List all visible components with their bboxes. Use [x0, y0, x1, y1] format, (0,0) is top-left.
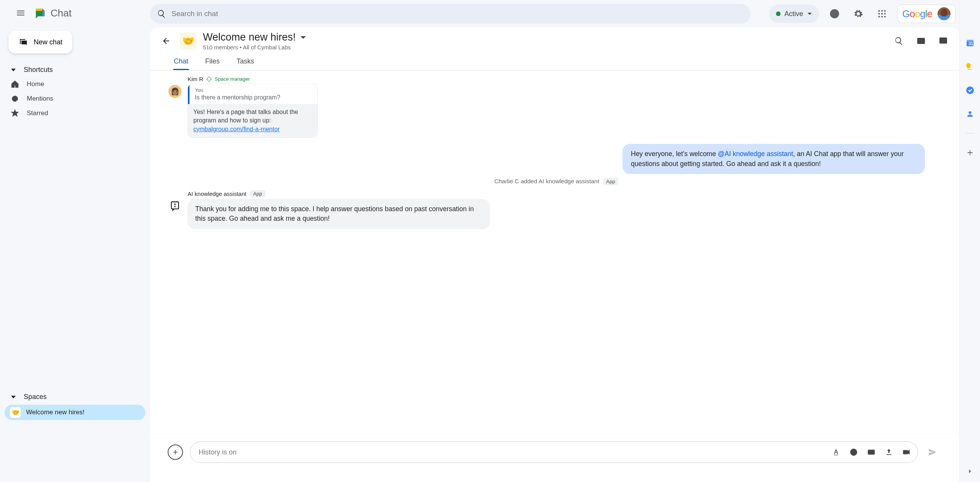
- svg-point-15: [175, 204, 175, 204]
- keep-icon: [965, 62, 975, 71]
- thread-button[interactable]: [936, 33, 951, 49]
- tab-tasks[interactable]: Tasks: [236, 54, 255, 70]
- shortcuts-section: Shortcuts Home Mentions Starred: [0, 63, 150, 120]
- space-item-label: Welcome new hires!: [26, 409, 85, 416]
- quote-original: You Is there a mentorship program?: [188, 84, 317, 104]
- hamburger-icon: [16, 8, 26, 18]
- settings-button[interactable]: [850, 5, 867, 22]
- help-button[interactable]: [826, 5, 843, 22]
- send-button[interactable]: [925, 445, 940, 460]
- space-title-row[interactable]: Welcome new hires!: [203, 31, 307, 43]
- calendar-icon: 31: [965, 38, 975, 47]
- quoted-reply-card: You Is there a mentorship program? Yes! …: [188, 84, 318, 138]
- format-icon: [832, 448, 840, 456]
- space-emoji: 🤝: [10, 407, 21, 418]
- system-message: Charlie C added AI knowledge assistant A…: [168, 178, 944, 185]
- chat-card: 🤝 Welcome new hires! 510 members • All o…: [150, 28, 959, 482]
- bot-meta: AI knowledge assistant App: [188, 190, 944, 197]
- sidebar-top: Chat: [0, 5, 150, 28]
- app-title: Chat: [51, 7, 72, 19]
- tasks-button[interactable]: [965, 86, 975, 95]
- help-icon: [830, 9, 840, 19]
- main-menu-button[interactable]: [12, 5, 29, 21]
- bot-author: AI knowledge assistant: [188, 191, 246, 197]
- nav-mentions[interactable]: Mentions: [5, 91, 145, 106]
- nav-home-label: Home: [27, 80, 44, 88]
- apps-grid-icon: [877, 9, 887, 19]
- compose-add-button[interactable]: [168, 445, 183, 460]
- app-badge: App: [250, 190, 265, 197]
- message-author: Kim R: [188, 76, 203, 82]
- top-bar: Active Google: [150, 4, 959, 28]
- search-in-space-button[interactable]: [891, 33, 906, 49]
- space-header-emoji: 🤝: [180, 33, 197, 49]
- gear-icon: [853, 9, 863, 19]
- spaces-section: Spaces 🤝 Welcome new hires!: [0, 390, 150, 482]
- video-button[interactable]: [901, 446, 912, 458]
- mentor-link[interactable]: cymbalgroup.com/find-a-mentor: [193, 126, 280, 132]
- search-icon: [894, 36, 903, 46]
- svg-rect-14: [172, 202, 179, 209]
- contacts-button[interactable]: [965, 109, 975, 119]
- search-box[interactable]: [150, 4, 751, 24]
- calendar-button[interactable]: 31: [965, 38, 975, 47]
- reply-text: Yes! Here's a page that talks about the …: [193, 109, 298, 124]
- tab-files[interactable]: Files: [204, 54, 220, 70]
- header-actions: [891, 33, 951, 49]
- rail-divider: [965, 133, 975, 134]
- svg-point-5: [878, 13, 880, 15]
- nav-starred-label: Starred: [27, 109, 48, 117]
- new-chat-button[interactable]: New chat: [8, 31, 72, 54]
- user-avatar[interactable]: [938, 7, 951, 20]
- svg-point-27: [969, 111, 971, 114]
- tab-chat[interactable]: Chat: [173, 54, 189, 70]
- svg-point-10: [884, 16, 886, 17]
- chevron-right-icon: [966, 467, 974, 475]
- arrow-left-icon: [162, 36, 171, 46]
- spaces-header[interactable]: Spaces: [0, 390, 150, 404]
- pip-button[interactable]: [913, 33, 929, 49]
- search-icon: [157, 9, 166, 18]
- format-button[interactable]: [830, 446, 842, 458]
- search-input[interactable]: [172, 10, 744, 18]
- upload-button[interactable]: [883, 446, 895, 458]
- bot-bubble: Thank you for adding me to this space. I…: [188, 199, 490, 229]
- svg-point-8: [878, 16, 880, 17]
- mention-ai-assistant[interactable]: @AI knowledge assistant: [718, 150, 793, 158]
- person-icon: [966, 110, 974, 118]
- nav-home[interactable]: Home: [5, 77, 145, 91]
- plus-icon: [172, 448, 179, 456]
- emoji-icon: [849, 448, 858, 456]
- nav-starred[interactable]: Starred: [5, 106, 145, 120]
- status-selector[interactable]: Active: [769, 5, 819, 23]
- svg-point-3: [881, 10, 883, 11]
- app-badge: App: [603, 178, 618, 185]
- quote-you-label: You: [195, 87, 312, 93]
- caret-down-icon: [11, 395, 16, 399]
- back-button[interactable]: [158, 33, 174, 49]
- video-icon: [902, 448, 911, 456]
- svg-rect-25: [968, 69, 971, 70]
- gif-button[interactable]: GIF: [866, 446, 877, 458]
- message-list: 👩🏽 Kim R Space manager You Is there a me…: [150, 70, 959, 433]
- pip-icon: [916, 36, 926, 46]
- emoji-button[interactable]: [848, 446, 859, 458]
- gif-icon: GIF: [867, 448, 875, 456]
- compose-box[interactable]: GIF: [190, 441, 918, 463]
- space-item-welcome[interactable]: 🤝 Welcome new hires!: [5, 405, 145, 420]
- shortcuts-label: Shortcuts: [24, 66, 53, 74]
- svg-point-18: [854, 451, 855, 452]
- compose-toolbar: GIF: [830, 446, 912, 458]
- collapse-panel-button[interactable]: [965, 467, 975, 476]
- quote-reply-body: Yes! Here's a page that talks about the …: [188, 104, 317, 137]
- compose-input[interactable]: [199, 448, 827, 456]
- apps-button[interactable]: [874, 5, 890, 22]
- new-chat-label: New chat: [34, 38, 62, 46]
- svg-point-9: [881, 16, 883, 17]
- diamond-icon: [206, 76, 212, 81]
- google-account-box[interactable]: Google: [897, 5, 956, 23]
- nav-mentions-label: Mentions: [27, 95, 53, 103]
- get-addons-button[interactable]: [965, 148, 975, 157]
- keep-button[interactable]: [965, 62, 975, 71]
- shortcuts-header[interactable]: Shortcuts: [5, 63, 145, 77]
